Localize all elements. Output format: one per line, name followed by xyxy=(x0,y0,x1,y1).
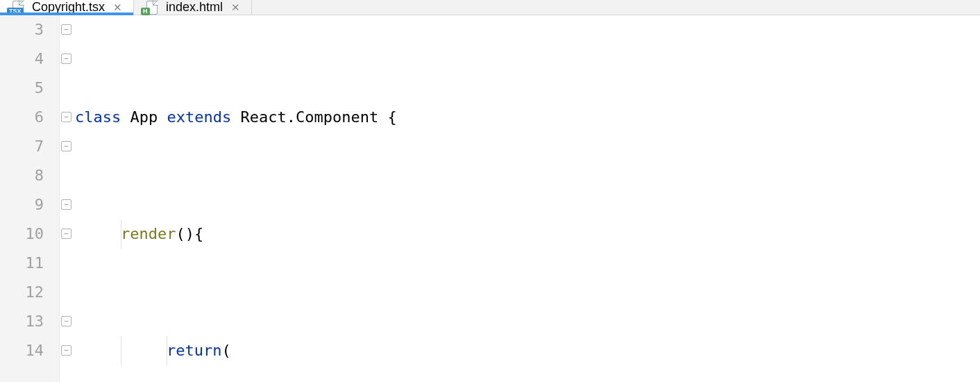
fold-toggle-icon[interactable] xyxy=(61,316,71,326)
line-number: 9 xyxy=(0,190,44,219)
tab-copyright-tsx[interactable]: TSX Copyright.tsx ✕ xyxy=(0,0,134,15)
fold-column xyxy=(60,15,75,382)
gutter: 34567891011121314 xyxy=(0,15,60,382)
line-number: 5 xyxy=(0,74,44,103)
line-number: 8 xyxy=(0,161,44,190)
file-html-icon: H xyxy=(144,1,160,15)
line-number: 3 xyxy=(0,15,44,44)
line-number: 4 xyxy=(0,44,44,74)
line-number: 11 xyxy=(0,249,44,278)
close-icon[interactable]: ✕ xyxy=(228,1,243,14)
fold-toggle-icon[interactable] xyxy=(61,141,71,151)
line-number: 10 xyxy=(0,219,44,249)
fold-toggle-icon[interactable] xyxy=(61,53,71,64)
fold-toggle-icon[interactable] xyxy=(61,112,71,122)
line-number: 13 xyxy=(0,307,44,336)
close-icon[interactable]: ✕ xyxy=(110,1,125,14)
tab-label: index.html xyxy=(166,0,223,15)
code-editor[interactable]: 34567891011121314 class App extends Reac… xyxy=(0,15,980,382)
file-tsx-icon: TSX xyxy=(10,1,26,15)
fold-toggle-icon[interactable] xyxy=(61,345,71,356)
tab-index-html[interactable]: H index.html ✕ xyxy=(134,0,252,15)
line-number: 14 xyxy=(0,336,44,365)
code-line[interactable]: return( xyxy=(75,336,980,365)
code-line[interactable]: class App extends React.Component { xyxy=(75,103,980,132)
code-area[interactable]: class App extends React.Component { rend… xyxy=(75,15,980,382)
line-number: 12 xyxy=(0,278,44,307)
line-number: 7 xyxy=(0,132,44,161)
code-line[interactable]: render(){ xyxy=(75,219,980,249)
fold-toggle-icon[interactable] xyxy=(61,199,71,210)
fold-toggle-icon[interactable] xyxy=(61,229,71,239)
tab-label: Copyright.tsx xyxy=(32,0,105,15)
tab-bar: TSX Copyright.tsx ✕ H index.html ✕ xyxy=(0,0,980,15)
line-number: 6 xyxy=(0,103,44,132)
fold-toggle-icon[interactable] xyxy=(61,24,71,35)
